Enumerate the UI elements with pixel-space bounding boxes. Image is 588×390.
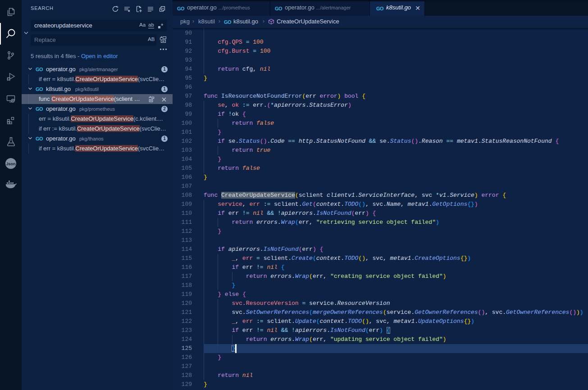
svg-text:GO: GO [275,6,283,11]
svg-text:GO: GO [36,67,43,72]
svg-text:GO: GO [376,6,384,11]
svg-text:GO: GO [224,19,232,25]
svg-text:Json: Json [6,162,15,166]
svg-text:GO: GO [36,106,43,112]
svg-text:GO: GO [36,136,43,141]
svg-text:GO: GO [177,6,185,11]
svg-text:GO: GO [36,86,43,92]
